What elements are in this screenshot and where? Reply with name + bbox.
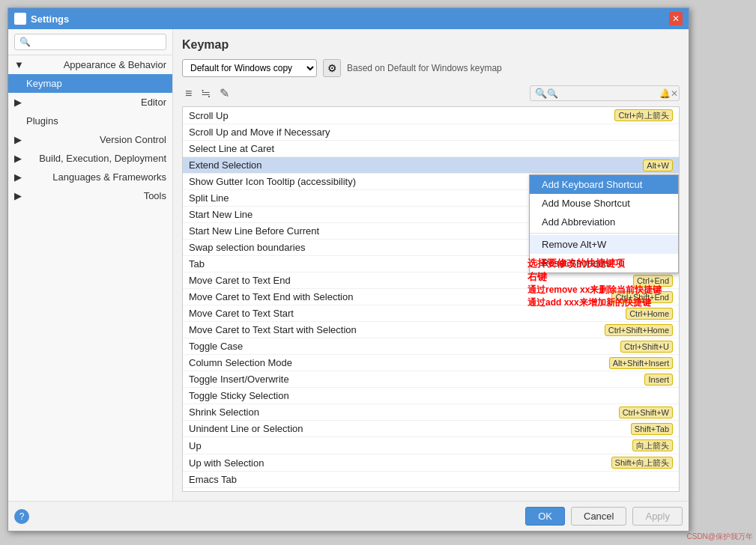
table-row[interactable]: Scroll Up and Move if Necessary <box>183 124 679 141</box>
table-row[interactable]: Expand Live Template / Emmet Abbreviatio… <box>183 488 679 493</box>
action-name: Shrink Selection <box>183 404 536 421</box>
action-name: Tab <box>183 256 536 272</box>
table-row[interactable]: Toggle Insert/OverwriteInsert <box>183 371 679 388</box>
search-clear-button[interactable]: 🔔 <box>659 88 671 99</box>
apply-button[interactable]: Apply <box>632 507 683 526</box>
ctx-add-keyboard-shortcut[interactable]: Add Keyboard Shortcut <box>530 175 678 194</box>
shortcut-cell <box>536 388 679 404</box>
footer: ? OK Cancel Apply <box>8 501 689 531</box>
ctx-add-abbreviation[interactable]: Add Abbreviation <box>530 213 678 231</box>
sidebar-item-build[interactable]: ▶ Build, Execution, Deployment <box>8 149 172 168</box>
cancel-button[interactable]: Cancel <box>571 507 626 526</box>
context-menu: Add Keyboard Shortcut Add Mouse Shortcut… <box>529 174 679 273</box>
expand-arrow-build: ▶ <box>14 153 22 164</box>
close-button[interactable]: ✕ <box>669 12 683 25</box>
sidebar-item-editor[interactable]: ▶ Editor <box>8 93 172 112</box>
table-row[interactable]: Scroll UpCtrl+向上箭头 <box>183 107 679 124</box>
ctx-remove-alt-w[interactable]: Remove Alt+W <box>530 235 678 254</box>
action-name: Toggle Case <box>183 338 536 355</box>
page-title: Keymap <box>182 38 680 52</box>
help-button[interactable]: ? <box>14 509 29 524</box>
filter-button[interactable]: ≒ <box>198 85 214 102</box>
shortcut-cell: Ctrl+Home <box>536 305 679 322</box>
action-name: Emacs Tab <box>183 472 536 488</box>
ctx-add-mouse-shortcut[interactable]: Add Mouse Shortcut <box>530 194 678 213</box>
action-name: Toggle Sticky Selection <box>183 388 536 404</box>
shortcut-cell: 向上箭头 <box>536 437 679 454</box>
edit-button[interactable]: ✎ <box>217 85 232 102</box>
table-row[interactable]: Up向上箭头 <box>183 437 679 454</box>
sidebar-search-input[interactable] <box>14 34 166 50</box>
shortcut-cell <box>536 141 679 157</box>
sidebar-item-vcs[interactable]: ▶ Version Control <box>8 130 172 149</box>
sidebar-search-box <box>8 29 172 55</box>
expand-arrow: ▼ <box>14 59 24 70</box>
table-row[interactable]: Emacs Tab <box>183 472 679 488</box>
action-name: Extend Selection <box>183 157 536 174</box>
search-field: 🔍 🔔 ✕ <box>530 85 680 101</box>
sidebar-item-plugins[interactable]: Plugins <box>8 112 172 130</box>
table-row[interactable]: Toggle Sticky Selection <box>183 388 679 404</box>
ctx-reset-shortcuts[interactable]: Reset Shortcuts <box>530 254 678 272</box>
window-title: Settings <box>31 13 69 25</box>
toolbar: ≡ ≒ ✎ 🔍 🔔 ✕ <box>182 85 680 102</box>
shortcut-cell: Ctrl+向上箭头 <box>536 107 679 124</box>
table-row[interactable]: Move Caret to Text End with SelectionCtr… <box>183 289 679 305</box>
shortcut-cell: Alt+Shift+Insert <box>536 355 679 371</box>
search-icon: 🔍 <box>535 88 547 99</box>
shortcut-cell: Insert <box>536 371 679 388</box>
table-row[interactable]: Unindent Line or SelectionShift+Tab <box>183 421 679 437</box>
search-close-button[interactable]: ✕ <box>671 88 678 99</box>
table-row[interactable]: Shrink SelectionCtrl+Shift+W <box>183 404 679 421</box>
action-name: Move Caret to Text End <box>183 272 536 289</box>
action-name: Start New Line <box>183 207 536 223</box>
table-row[interactable]: Column Selection ModeAlt+Shift+Insert <box>183 355 679 371</box>
shortcut-cell: Ctrl+Shift+W <box>536 404 679 421</box>
table-row[interactable]: Toggle CaseCtrl+Shift+U <box>183 338 679 355</box>
sidebar: ▼ Appearance & Behavior Keymap ▶ Editor … <box>8 29 173 501</box>
keymap-header: Default for Windows copy ⚙ Based on Defa… <box>182 59 680 77</box>
action-name: Scroll Up and Move if Necessary <box>183 124 536 141</box>
table-row[interactable]: Extend SelectionAlt+W <box>183 157 679 174</box>
action-name: Select Line at Caret <box>183 141 536 157</box>
shortcut-cell: Shift+Tab <box>536 421 679 437</box>
action-name: Expand Live Template / Emmet Abbreviatio… <box>183 488 536 493</box>
based-on-label: Based on Default for Windows keymap <box>347 63 502 73</box>
shortcut-cell: Ctrl+Shift+Home <box>536 322 679 338</box>
action-name: Swap selection boundaries <box>183 240 536 256</box>
keymap-dropdown[interactable]: Default for Windows copy <box>182 59 317 77</box>
expand-arrow-tools: ▶ <box>14 190 22 201</box>
action-name: Split Line <box>183 190 536 207</box>
shortcut-cell: Ctrl+Shift+U <box>536 338 679 355</box>
action-name: Start New Line Before Current <box>183 223 536 240</box>
table-row[interactable]: Move Caret to Text Start with SelectionC… <box>183 322 679 338</box>
watermark: CSDN@保护我万年 <box>687 532 754 542</box>
expand-arrow-lang: ▶ <box>14 171 22 183</box>
shortcut-cell <box>536 124 679 141</box>
ok-button[interactable]: OK <box>525 507 565 526</box>
table-row[interactable]: Move Caret to Text StartCtrl+Home <box>183 305 679 322</box>
table-row[interactable]: Move Caret to Text EndCtrl+End <box>183 272 679 289</box>
sidebar-item-keymap[interactable]: Keymap <box>8 74 172 93</box>
sidebar-item-tools[interactable]: ▶ Tools <box>8 186 172 205</box>
action-name: Up <box>183 437 536 454</box>
ctx-divider <box>530 233 678 234</box>
gear-button[interactable]: ⚙ <box>323 59 341 77</box>
app-icon: ⚙ <box>14 13 26 25</box>
shortcut-cell <box>536 488 679 493</box>
settings-window: ⚙ Settings ✕ ▼ Appearance & Behavior Key… <box>7 7 689 532</box>
sidebar-item-languages[interactable]: ▶ Languages & Frameworks <box>8 168 172 186</box>
main-content: ▼ Appearance & Behavior Keymap ▶ Editor … <box>8 29 689 501</box>
keymap-table-container: Scroll UpCtrl+向上箭头Scroll Up and Move if … <box>182 106 680 492</box>
action-name: Move Caret to Text End with Selection <box>183 289 536 305</box>
table-row[interactable]: Select Line at Caret <box>183 141 679 157</box>
sort-button[interactable]: ≡ <box>182 85 195 102</box>
table-row[interactable]: Up with SelectionShift+向上箭头 <box>183 454 679 472</box>
keymap-search-input[interactable] <box>547 88 659 99</box>
action-name: Toggle Insert/Overwrite <box>183 371 536 388</box>
action-name: Up with Selection <box>183 454 536 472</box>
sidebar-item-appearance-behavior[interactable]: ▼ Appearance & Behavior <box>8 55 172 74</box>
title-bar-left: ⚙ Settings <box>14 13 69 25</box>
shortcut-cell: Ctrl+End <box>536 272 679 289</box>
expand-arrow-editor: ▶ <box>14 97 22 108</box>
